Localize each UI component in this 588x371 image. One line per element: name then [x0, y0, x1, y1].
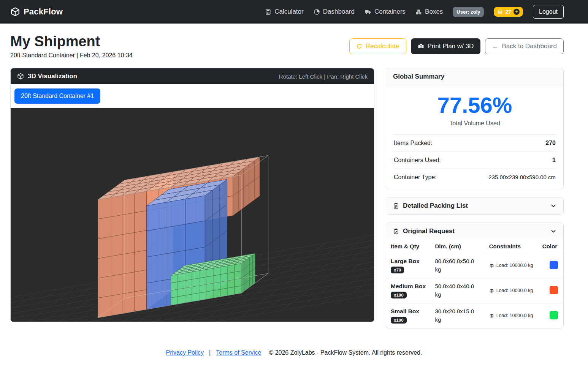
- item-dimensions: 50.0x40.0x40.0 kg: [435, 282, 480, 299]
- color-swatch: [550, 286, 558, 294]
- tab-container-1[interactable]: 20ft Standard Container #1: [14, 88, 100, 104]
- summary-row-items-packed: Items Packed: 270: [393, 134, 556, 152]
- global-summary-title: Global Summary: [393, 73, 444, 81]
- global-summary-card: Global Summary 77.56% Total Volume Used …: [386, 68, 564, 189]
- stack-icon: [489, 288, 494, 293]
- brand[interactable]: PackFlow: [10, 7, 63, 17]
- table-row-large-box: Large Box x70 80.0x60.0x50.0 kg: [386, 253, 563, 278]
- footer-separator: |: [209, 349, 211, 356]
- main-content: 3D Visualization Rotate: Left Click | Pa…: [0, 68, 588, 336]
- col-item-qty: Item & Qty: [386, 240, 430, 253]
- stack-icon: [489, 263, 494, 268]
- table-row-small-box: Small Box x100 30.0x20.0x15.0 kg: [386, 303, 563, 328]
- copyright-text: © 2026 ZolyLabs - PackFlow System. All r…: [269, 349, 422, 356]
- camera-icon: [418, 43, 424, 49]
- request-table-header-row: Item & Qty Dim. (cm) Constraints Color: [386, 240, 563, 253]
- calculator-icon: [265, 9, 271, 15]
- nav-boxes[interactable]: Boxes: [415, 8, 443, 16]
- summary-row-containers-used: Containers Used: 1: [393, 152, 556, 169]
- summary-row-container-type: Container Type: 235.00x239.00x590.00 cm: [393, 169, 556, 186]
- item-name: Small Box: [391, 308, 426, 315]
- container-type-label: Container Type:: [394, 174, 437, 181]
- nav-calculator[interactable]: Calculator: [265, 8, 304, 16]
- page-subtitle: 20ft Standard Container | Feb 20, 2026 1…: [10, 52, 133, 59]
- nav-containers[interactable]: Containers: [365, 8, 406, 16]
- items-packed-label: Items Packed:: [394, 140, 432, 147]
- color-swatch: [550, 261, 558, 269]
- recalculate-button[interactable]: Recalculate: [349, 38, 406, 54]
- brand-name: PackFlow: [24, 7, 63, 17]
- truck-icon: [365, 8, 371, 15]
- 3d-canvas[interactable]: [11, 108, 374, 322]
- add-coins-icon[interactable]: +: [514, 9, 520, 15]
- volume-used-percent: 77.56%: [393, 94, 556, 117]
- clipboard-icon: [393, 203, 399, 209]
- visualization-card-header: 3D Visualization Rotate: Left Click | Pa…: [11, 68, 374, 84]
- item-constraint: Load: 10000.0 kg: [496, 288, 533, 293]
- item-name: Large Box: [391, 258, 426, 265]
- user-badge: User: zoly: [453, 7, 484, 17]
- refresh-icon: [356, 43, 362, 49]
- rotate-pan-hint: Rotate: Left Click | Pan: Right Click: [279, 73, 368, 80]
- arrow-left-icon: ←: [492, 43, 498, 50]
- color-swatch: [550, 311, 558, 319]
- qty-badge: x100: [391, 317, 407, 324]
- items-packed-value: 270: [545, 140, 556, 147]
- privacy-policy-link[interactable]: Privacy Policy: [166, 349, 204, 356]
- nav-containers-label: Containers: [374, 8, 406, 16]
- item-dimensions: 80.0x60.0x50.0 kg: [435, 257, 480, 274]
- qty-badge: x70: [391, 267, 404, 273]
- clipboard-check-icon: [393, 228, 399, 234]
- item-constraint: Load: 10000.0 kg: [496, 263, 533, 268]
- nav-dashboard[interactable]: Dashboard: [314, 8, 355, 16]
- cube-icon: [17, 73, 24, 80]
- visualization-title: 3D Visualization: [28, 73, 77, 80]
- print-plan-label: Print Plan w/ 3D: [428, 43, 474, 50]
- terms-of-service-link[interactable]: Terms of Service: [216, 349, 261, 356]
- footer: Privacy Policy | Terms of Service © 2026…: [0, 336, 588, 371]
- volume-used-label: Total Volume Used: [393, 120, 556, 127]
- item-dimensions: 30.0x20.0x15.0 kg: [435, 307, 480, 324]
- 3d-canvas-wrap: [11, 108, 374, 322]
- nav-calculator-label: Calculator: [274, 8, 304, 16]
- recalculate-label: Recalculate: [366, 43, 399, 50]
- coins-icon: [497, 9, 503, 15]
- item-name: Medium Box: [391, 283, 426, 290]
- right-column: Global Summary 77.56% Total Volume Used …: [386, 68, 564, 336]
- back-label: Back to Dashboard: [502, 43, 557, 50]
- containers-used-label: Containers Used:: [394, 157, 441, 164]
- coin-count: 27: [505, 9, 511, 15]
- back-to-dashboard-button[interactable]: ← Back to Dashboard: [485, 38, 564, 54]
- boxes-icon: [415, 9, 422, 15]
- request-table: Item & Qty Dim. (cm) Constraints Color L…: [386, 240, 563, 328]
- navbar: PackFlow Calculator Dashboard: [0, 0, 588, 24]
- logout-button[interactable]: Logout: [533, 5, 564, 19]
- chevron-down-icon[interactable]: [550, 203, 556, 209]
- containers-used-value: 1: [552, 157, 556, 164]
- col-dim: Dim. (cm): [430, 240, 484, 253]
- global-summary-header: Global Summary: [386, 68, 563, 85]
- packing-list-header[interactable]: Detailed Packing List: [386, 197, 563, 214]
- table-row-medium-box: Medium Box x100 50.0x40.0x40.0 kg: [386, 278, 563, 303]
- original-request-title: Original Request: [403, 227, 455, 235]
- coin-badge[interactable]: 27 +: [494, 7, 523, 17]
- packing-list-card: Detailed Packing List: [386, 197, 564, 215]
- col-constraints: Constraints: [485, 240, 538, 253]
- visualization-card: 3D Visualization Rotate: Left Click | Pa…: [10, 68, 374, 322]
- qty-badge: x100: [391, 292, 407, 298]
- nav-dashboard-label: Dashboard: [323, 8, 355, 16]
- col-color: Color: [538, 240, 563, 253]
- item-constraint: Load: 10000.0 kg: [496, 313, 533, 318]
- packflow-logo-icon: [10, 7, 20, 17]
- page-header: My Shipment 20ft Standard Container | Fe…: [0, 24, 588, 68]
- dashboard-icon: [314, 9, 320, 15]
- original-request-card: Original Request Item & Qty Dim. (cm) Co…: [386, 223, 564, 328]
- original-request-header[interactable]: Original Request: [386, 223, 563, 240]
- nav-boxes-label: Boxes: [425, 8, 443, 16]
- chevron-down-icon[interactable]: [550, 228, 556, 234]
- container-tab-strip: 20ft Standard Container #1: [11, 84, 374, 108]
- container-type-value: 235.00x239.00x590.00 cm: [488, 174, 556, 180]
- packing-list-title: Detailed Packing List: [403, 202, 468, 210]
- print-plan-button[interactable]: Print Plan w/ 3D: [411, 38, 481, 54]
- page-title: My Shipment: [10, 33, 133, 50]
